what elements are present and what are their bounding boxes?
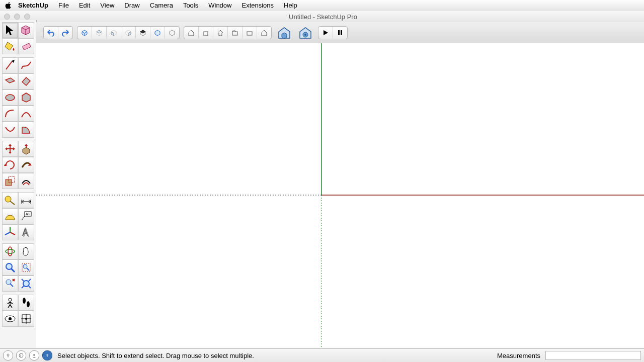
top-toolbar [36,22,644,44]
tool-scale[interactable] [2,173,18,189]
house-up-icon [216,29,224,37]
tool-zoom[interactable] [2,259,18,276]
tool-eraser[interactable] [18,38,34,54]
tool-circle[interactable] [2,89,18,106]
cube-top-icon [95,29,103,37]
tool-dimension[interactable] [18,192,34,208]
tool-previous-view[interactable] [2,276,18,292]
cube-back-icon [139,29,147,37]
extension-warehouse-button[interactable] [297,24,314,41]
tool-zoom-extents[interactable] [18,276,34,292]
view-iso-button[interactable] [77,27,92,39]
view-left-button[interactable] [150,27,165,39]
model-viewport[interactable] [36,43,644,349]
tool-3d-text[interactable] [18,224,34,240]
tool-section-plane[interactable] [18,311,34,327]
tool-position-camera[interactable] [2,295,18,311]
credits-icon[interactable]: i [16,350,26,360]
tool-orbit[interactable] [2,243,18,259]
svg-text:i: i [20,354,21,357]
svg-point-7 [6,249,15,253]
menu-edit[interactable]: Edit [74,0,95,11]
tool-walk[interactable] [18,295,34,311]
tool-rotated-rectangle[interactable] [18,73,34,89]
window-title: Untitled - SketchUp Pro [30,13,616,21]
macos-menubar: SketchUp File Edit View Draw Camera Tool… [0,0,644,12]
menu-draw[interactable]: Draw [119,0,144,11]
tool-arc[interactable] [2,106,18,122]
tool-push-pull[interactable] [18,141,34,157]
scene-prev-button[interactable] [213,27,228,39]
tool-polygon[interactable] [18,89,34,106]
undo-icon [47,29,55,37]
warehouse-icon [277,25,292,40]
play-button[interactable] [318,27,333,39]
window-controls [0,14,30,20]
undo-button[interactable] [44,27,58,39]
svg-point-16 [27,301,30,307]
tool-text[interactable]: A1 [18,208,34,224]
tool-select[interactable] [2,22,18,38]
ext-warehouse-icon [298,25,313,40]
menu-help[interactable]: Help [279,0,302,11]
signin-icon[interactable] [29,350,39,360]
svg-point-18 [9,317,12,320]
tool-3point-arc[interactable] [2,122,18,138]
tool-pan[interactable] [18,243,34,259]
folder-icon [231,29,239,37]
scene-update-button[interactable] [199,27,213,39]
svg-rect-23 [247,32,252,35]
tool-move[interactable] [2,141,18,157]
view-top-button[interactable] [92,27,107,39]
tool-2point-arc[interactable] [18,106,34,122]
menu-extensions[interactable]: Extensions [236,0,279,11]
tool-look-around[interactable] [2,311,18,327]
menu-camera[interactable]: Camera [145,0,178,11]
tool-protractor[interactable] [2,208,18,224]
tool-rotate[interactable] [2,157,18,173]
scene-next-button[interactable] [228,27,243,39]
tool-axes[interactable] [2,224,18,240]
window-zoom[interactable] [24,14,30,20]
play-icon [323,30,329,36]
tool-make-component[interactable] [18,22,34,38]
scene-mgr-button[interactable] [257,27,271,39]
3d-warehouse-button[interactable] [276,24,293,41]
house-plus-icon [187,29,195,37]
view-right-button[interactable] [121,27,136,39]
tool-line[interactable] [2,57,18,73]
svg-point-8 [8,247,12,256]
pause-icon [337,30,343,36]
menu-file[interactable]: File [53,0,74,11]
window-minimize[interactable] [14,14,20,20]
menu-app[interactable]: SketchUp [18,0,53,11]
view-bottom-button[interactable] [165,27,179,39]
help-icon[interactable]: ? [42,350,52,360]
tool-tape-measure[interactable] [2,192,18,208]
menu-view[interactable]: View [95,0,119,11]
cube-left-icon [153,29,162,37]
cube-bottom-icon [168,29,176,37]
svg-rect-0 [22,43,31,50]
tool-offset[interactable] [18,173,34,189]
scene-add-button[interactable] [184,27,199,39]
measurements-input[interactable] [545,351,641,360]
tool-pie[interactable] [18,122,34,138]
tool-zoom-window[interactable] [18,259,34,276]
pause-button[interactable] [333,27,347,39]
scene-del-button[interactable] [243,27,257,39]
menu-tools[interactable]: Tools [178,0,203,11]
geolocation-icon[interactable] [3,350,13,360]
status-bar: i ? Select objects. Shift to extend sele… [0,348,644,362]
tool-follow-me[interactable] [18,157,34,173]
menu-window[interactable]: Window [203,0,236,11]
tool-rectangle[interactable] [2,73,18,89]
svg-rect-22 [232,32,237,35]
apple-icon[interactable] [5,2,12,9]
view-back-button[interactable] [136,27,150,39]
window-close[interactable] [4,14,10,20]
tool-freehand[interactable] [18,57,34,73]
tool-paint-bucket[interactable] [2,38,18,54]
redo-button[interactable] [58,27,72,39]
view-front-button[interactable] [107,27,121,39]
